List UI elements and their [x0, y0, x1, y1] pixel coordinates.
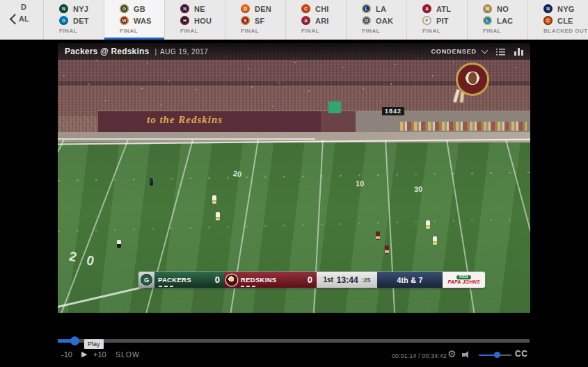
- game-status: FINAL: [362, 28, 406, 34]
- skip-back-button[interactable]: -10: [61, 350, 72, 359]
- game-cell-nyj-det[interactable]: N NYJ D DET FINAL: [43, 0, 104, 40]
- sponsor-name: PAPA JOHNS: [447, 279, 479, 284]
- team-logo-nyg: N: [543, 4, 553, 13]
- title-separator: |: [154, 48, 157, 56]
- home-team-row: H HOU: [180, 15, 225, 26]
- team-logo-den: D: [241, 4, 250, 13]
- stadium-sign: 1842: [382, 107, 404, 115]
- progress-bar[interactable]: [58, 339, 530, 343]
- back-chevron-icon[interactable]: [8, 13, 20, 26]
- sideline-staff: [400, 122, 527, 131]
- team-abbr: OAK: [376, 17, 393, 25]
- game-cell-nyg-cle[interactable]: N NYG C CLE BLACKED OUT: [527, 0, 588, 40]
- official-figure: [150, 178, 153, 186]
- yard-number: 30: [414, 185, 423, 194]
- home-team-row: L LAC: [483, 15, 527, 26]
- away-team-row: D DEN: [241, 3, 285, 15]
- team-logo-nyj: N: [59, 4, 68, 13]
- time-display: 00:01:14 / 00:34:42: [392, 352, 447, 359]
- volume-handle[interactable]: [494, 352, 500, 358]
- header-actions: CONDENSED: [431, 47, 523, 56]
- away-team-row: A ATL: [422, 3, 467, 15]
- team-abbr: NE: [194, 5, 205, 13]
- team-logo-atl: A: [422, 4, 431, 13]
- away-timeouts: [159, 286, 173, 287]
- scorebug-away-section: PACKERS 0: [154, 272, 224, 288]
- game-status: FINAL: [483, 28, 527, 34]
- game-cell-atl-pit[interactable]: A ATL P PIT FINAL: [406, 0, 467, 40]
- team-abbr: SF: [255, 17, 264, 25]
- game-cell-chi-ari[interactable]: C CHI A ARI FINAL: [285, 0, 346, 40]
- game-cell-gb-was[interactable]: G GB W WAS FINAL: [104, 0, 164, 40]
- team-abbr: CLE: [557, 17, 573, 25]
- packers-player: [433, 236, 437, 245]
- home-timeouts: [241, 286, 255, 287]
- mode-label: CONDENSED: [431, 48, 477, 55]
- hash-marks: [58, 172, 530, 181]
- slow-button[interactable]: SLOW: [116, 350, 140, 359]
- progress-handle[interactable]: [70, 336, 79, 345]
- team-abbr: DET: [73, 17, 89, 25]
- yard-line: [58, 140, 129, 313]
- closed-captions-button[interactable]: CC: [515, 349, 527, 359]
- team-logo-cle: C: [543, 16, 553, 25]
- game-cell-partial[interactable]: D AL: [0, 0, 43, 40]
- chevron-down-icon: [482, 47, 488, 54]
- redskins-player: [376, 231, 380, 240]
- team-abbr: NYJ: [73, 5, 88, 13]
- home-team-row: W WAS: [120, 15, 164, 26]
- partial-away-abbr: D: [21, 3, 26, 11]
- quarter-label: 1st: [323, 276, 333, 284]
- skip-forward-button[interactable]: +10: [93, 350, 106, 359]
- down-distance: 4th & 7: [377, 272, 443, 288]
- team-abbr: NO: [497, 5, 509, 13]
- team-logo-lac: L: [483, 16, 492, 25]
- play-button[interactable]: ▶: [81, 350, 87, 359]
- game-cell-la-oak[interactable]: L LA O OAK FINAL: [346, 0, 406, 40]
- video-surface[interactable]: to the Redskins 1842 20 10 30 2 0: [58, 43, 530, 313]
- team-abbr: GB: [134, 5, 145, 13]
- packers-player: [212, 195, 216, 204]
- home-team-row: A ARI: [301, 15, 346, 26]
- stadium-rail: [58, 138, 315, 140]
- away-team-name: PACKERS: [158, 276, 191, 284]
- home-team-name: REDSKINS: [241, 276, 277, 284]
- game-cell-den-sf[interactable]: D DEN S SF FINAL: [225, 0, 285, 40]
- game-status: FINAL: [301, 28, 346, 34]
- condensed-dropdown[interactable]: CONDENSED: [431, 48, 487, 55]
- packers-player: [426, 220, 430, 229]
- yard-line: [58, 140, 65, 313]
- home-score: 0: [308, 275, 317, 285]
- play-tooltip: Play: [84, 339, 104, 349]
- referee-figure: [117, 240, 121, 248]
- volume-icon[interactable]: [462, 351, 471, 359]
- packers-player: [216, 212, 220, 220]
- scorebug: G PACKERS 0 R REDSKINS 0 1st 13:44 :25 4…: [138, 272, 485, 288]
- yard-number: 10: [356, 179, 365, 188]
- team-logo-oak: O: [362, 16, 371, 25]
- game-cell-no-lac[interactable]: N NO L LAC FINAL: [467, 0, 527, 40]
- game-status: FINAL: [241, 28, 285, 34]
- game-cell-ne-hou[interactable]: N NE H HOU FINAL: [164, 0, 225, 40]
- team-logo-chi: C: [301, 4, 310, 13]
- team-abbr: LAC: [497, 17, 513, 25]
- away-team-row: C CHI: [301, 3, 346, 15]
- stadium-banner-text: to the Redskins: [147, 114, 223, 126]
- team-abbr: PIT: [436, 17, 449, 25]
- redskins-watermark-icon: [456, 63, 489, 96]
- redskins-logo-icon: R: [226, 275, 237, 286]
- stats-icon[interactable]: [514, 47, 523, 56]
- sponsor-logo: PIZZA PAPA JOHNS: [443, 272, 485, 288]
- scoreboard-strip: D AL N NYJ D DET FINAL G GB W WAS FINAL …: [0, 0, 588, 40]
- team-logo-pit: P: [422, 16, 431, 25]
- play-clock: :25: [362, 277, 371, 284]
- video-header: Packers @ Redskins | AUG 19, 2017 CONDEN…: [58, 43, 530, 60]
- team-logo-sf: S: [241, 16, 250, 25]
- scorebug-clock-section: 1st 13:44 :25: [317, 272, 377, 288]
- nfl-gamepass-app: D AL N NYJ D DET FINAL G GB W WAS FINAL …: [0, 0, 588, 367]
- team-abbr: CHI: [315, 5, 329, 13]
- away-team-row: N NE: [180, 3, 225, 15]
- gear-icon[interactable]: ⚙: [447, 348, 456, 359]
- game-status: FINAL: [59, 28, 104, 34]
- playlist-icon[interactable]: [496, 48, 505, 56]
